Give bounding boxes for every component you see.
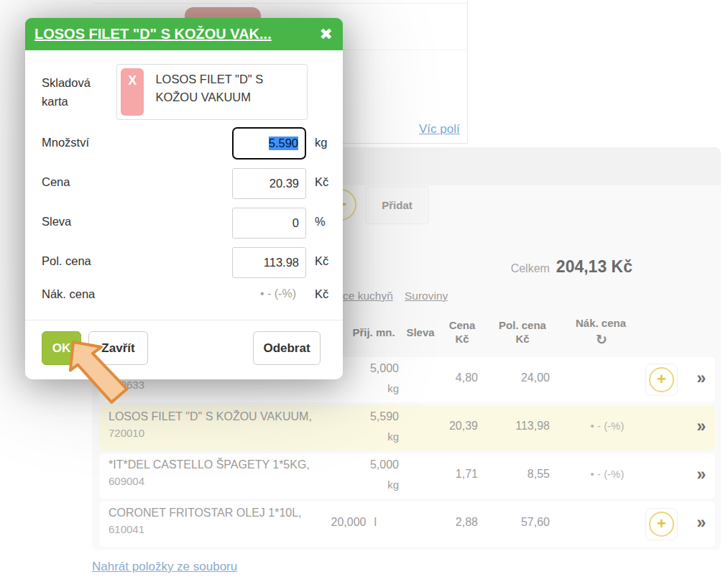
- item-line-price: 8,55: [491, 468, 550, 481]
- item-line-price: 113,98: [491, 420, 550, 433]
- item-qty: 5,000: [340, 362, 399, 375]
- price-input[interactable]: [232, 168, 306, 199]
- table-row[interactable]: CORONET FRITOSTAR OLEJ 1*10L, 610041 20,…: [99, 502, 715, 547]
- discount-unit: %: [315, 215, 326, 228]
- item-name: LOSOS FILET "D" S KOŽOU VAKUUM,: [109, 410, 312, 423]
- table-row[interactable]: *IT*DEL CASTELLO ŠPAGETY 1*5KG, 609004 5…: [99, 453, 715, 499]
- item-price: 4,80: [419, 371, 478, 384]
- item-edit-dialog: LOSOS FILET "D" S KOŽOU VAK... ✖ Skladov…: [25, 18, 343, 379]
- row-add-button[interactable]: +: [645, 364, 678, 396]
- dialog-header: LOSOS FILET "D" S KOŽOU VAK... ✖: [25, 18, 343, 50]
- row-add-button[interactable]: +: [645, 508, 678, 540]
- row-expand-chevron[interactable]: »: [684, 369, 719, 388]
- purchase-price-unit: Kč: [315, 287, 328, 301]
- dialog-title-link[interactable]: LOSOS FILET "D" S KOŽOU VAK...: [34, 26, 314, 42]
- item-unit: l: [374, 516, 377, 528]
- item-qty: 20,000l: [298, 516, 377, 529]
- item-qty: 5,590: [340, 410, 399, 423]
- selected-text: 5.590: [269, 137, 298, 150]
- plus-icon: +: [649, 367, 674, 392]
- tab-kuchyn[interactable]: ce kuchyň: [343, 290, 393, 302]
- col-header-prij-mn: Přij. mn.: [344, 326, 404, 340]
- total-label: Celkem: [511, 262, 550, 274]
- row-expand-chevron[interactable]: »: [684, 513, 719, 532]
- row-expand-chevron[interactable]: »: [684, 465, 719, 484]
- dialog-footer-divider: [25, 320, 343, 320]
- stock-card-field[interactable]: X LOSOS FILET "D" S KOŽOU VAKUUM: [116, 64, 308, 120]
- quantity-unit: kg: [315, 136, 327, 149]
- stock-card-label: Skladová karta: [42, 74, 110, 111]
- item-price: 2,88: [419, 516, 478, 529]
- line-price-input[interactable]: [232, 247, 306, 278]
- hidden-remove-button-peek: [185, 7, 261, 19]
- remove-button[interactable]: Odebrat: [253, 331, 321, 365]
- upload-items-link[interactable]: Nahrát položky ze souboru: [92, 560, 237, 574]
- divider: [332, 143, 468, 144]
- item-purchase-price: • - (-%): [563, 420, 652, 432]
- remove-stock-card-icon[interactable]: X: [121, 68, 144, 116]
- price-unit: Kč: [315, 175, 328, 189]
- add-button[interactable]: Přidat: [365, 186, 429, 224]
- item-line-price: 24,00: [491, 371, 550, 384]
- total-value: 204,13 Kč: [556, 257, 632, 276]
- app-screen: Víc polí + Přidat Celkem204,13 Kč ce kuc…: [0, 0, 728, 582]
- item-name: *IT*DEL CASTELLO ŠPAGETY 1*5KG,: [109, 458, 310, 471]
- refresh-icon[interactable]: ↻: [594, 331, 609, 347]
- item-purchase-price: • - (-%): [563, 468, 652, 480]
- col-header-cena-line2: Kč: [438, 333, 486, 346]
- close-icon[interactable]: ✖: [320, 25, 333, 43]
- col-header-cena-line1: Cena: [438, 319, 486, 333]
- quantity-label: Množství: [42, 136, 89, 149]
- line-price-unit: Kč: [315, 254, 328, 268]
- item-qty-value: 20,000: [331, 516, 367, 528]
- more-fields-link[interactable]: Víc polí: [419, 122, 460, 137]
- discount-input[interactable]: [232, 208, 306, 239]
- col-header-nak-cena: Nák. cena: [566, 317, 635, 331]
- divider: [93, 3, 468, 4]
- price-label: Cena: [42, 175, 70, 189]
- item-unit: kg: [340, 382, 399, 394]
- item-unit: kg: [340, 430, 399, 443]
- row-expand-chevron[interactable]: »: [684, 417, 719, 436]
- item-code: 720010: [109, 427, 144, 439]
- purchase-price-label: Nák. cena: [42, 287, 95, 301]
- line-price-label: Pol. cena: [42, 254, 91, 268]
- col-header-pol-line1: Pol. cena: [489, 319, 556, 333]
- total-summary: Celkem204,13 Kč: [460, 257, 632, 277]
- divider: [343, 50, 468, 50]
- plus-icon: +: [649, 512, 674, 537]
- divider: [467, 0, 468, 144]
- col-header-sleva: Sleva: [401, 326, 440, 340]
- item-price: 1,71: [419, 468, 478, 481]
- quantity-input[interactable]: 5.590: [232, 127, 306, 160]
- tab-suroviny[interactable]: Suroviny: [405, 290, 448, 302]
- item-code: 429633: [109, 379, 144, 391]
- discount-label: Sleva: [42, 215, 71, 228]
- ok-button[interactable]: OK: [42, 331, 81, 365]
- col-header-pol-line2: Kč: [489, 333, 556, 346]
- table-row-selected[interactable]: LOSOS FILET "D" S KOŽOU VAKUUM, 720010 5…: [99, 405, 715, 451]
- item-line-price: 57,60: [491, 516, 550, 529]
- item-qty: 5,000: [340, 458, 399, 471]
- cancel-button[interactable]: Zavřít: [88, 331, 148, 365]
- item-unit: kg: [340, 479, 399, 491]
- item-name: CORONET FRITOSTAR OLEJ 1*10L,: [109, 507, 302, 519]
- col-header-pol-cena: Pol. cenaKč: [489, 319, 556, 346]
- col-header-cena: CenaKč: [438, 319, 486, 346]
- item-code: 609004: [109, 475, 144, 487]
- item-code: 610041: [109, 523, 144, 535]
- item-price: 20,39: [419, 420, 478, 433]
- purchase-price-value: • - (-%): [195, 287, 296, 300]
- stock-card-value: LOSOS FILET "D" S KOŽOU VAKUUM: [147, 65, 307, 119]
